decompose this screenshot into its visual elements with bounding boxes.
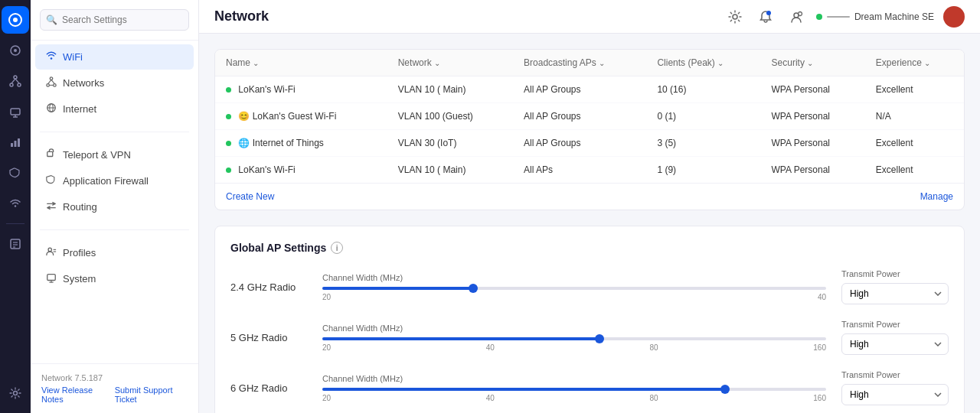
cell-experience: Excellent [865, 130, 964, 157]
col-name[interactable]: Name [226, 57, 259, 68]
manage-button[interactable]: Manage [920, 191, 953, 202]
col-security[interactable]: Security [772, 57, 813, 68]
sidebar-item-wifi[interactable]: WiFi [35, 44, 194, 70]
sidebar-item-routing-label: Routing [63, 201, 97, 213]
sidebar-item-routing[interactable]: Routing [35, 194, 194, 220]
wifi-table: Name Network Broadcasting APs Clients (P… [214, 49, 965, 210]
sidebar-item-system[interactable]: System [35, 266, 194, 291]
svg-point-5 [10, 83, 13, 86]
svg-point-32 [48, 248, 51, 251]
col-clients[interactable]: Clients (Peak) [657, 57, 723, 68]
power-section-0: Transmit Power AutoLowMediumHigh [841, 269, 949, 304]
user-avatar[interactable] [943, 6, 965, 28]
topbar: Network [199, 0, 980, 34]
cell-network: VLAN 30 (IoT) [387, 130, 513, 157]
main-area: Network [199, 0, 980, 413]
sidebar-item-app-firewall[interactable]: Application Firewall [35, 168, 194, 193]
slider-track-0[interactable] [322, 287, 826, 290]
device-status-dot [816, 14, 822, 20]
search-icon: 🔍 [46, 15, 57, 25]
version-label: Network 7.5.187 [41, 373, 188, 382]
search-input[interactable] [40, 9, 189, 31]
svg-point-1 [13, 18, 18, 22]
sidebar-item-teleport-vpn[interactable]: Teleport & VPN [35, 142, 194, 167]
sidebar-item-networks-label: Networks [63, 77, 104, 89]
table-row[interactable]: LoKan's Wi-Fi VLAN 10 ( Main) All APs 1 … [215, 157, 964, 184]
teleport-menu-icon [46, 148, 57, 161]
sidebar-item-firewall-label: Application Firewall [63, 175, 149, 187]
cell-broadcasting: All AP Groups [513, 130, 646, 157]
table-row[interactable]: 😊 LoKan's Guest Wi-Fi VLAN 100 (Guest) A… [215, 103, 964, 130]
radio-row-0: 2.4 GHz Radio Channel Width (MHz) 2040 T… [230, 269, 949, 304]
cell-experience: Excellent [865, 157, 964, 184]
svg-rect-13 [15, 141, 17, 147]
channel-label-2: Channel Width (MHz) [322, 374, 826, 383]
nav-settings[interactable] [2, 379, 29, 407]
svg-rect-12 [11, 143, 13, 147]
col-broadcasting[interactable]: Broadcasting APs [524, 57, 605, 68]
power-section-1: Transmit Power AutoLowMediumHigh [841, 320, 949, 355]
cell-network: VLAN 10 ( Main) [387, 76, 513, 103]
slider-thumb-2[interactable] [720, 385, 730, 394]
ap-settings-info-icon[interactable]: i [331, 242, 343, 254]
networks-menu-icon [46, 76, 57, 89]
cell-broadcasting: All AP Groups [513, 103, 646, 130]
nav-shield[interactable] [2, 159, 29, 187]
col-network[interactable]: Network [398, 57, 440, 68]
submit-support-ticket-link[interactable]: Submit Support Ticket [115, 385, 188, 404]
settings-icon[interactable] [724, 6, 746, 28]
sidebar-item-system-label: System [63, 273, 96, 285]
svg-point-22 [50, 77, 53, 80]
cell-broadcasting: All AP Groups [513, 76, 646, 103]
sidebar-divider-2 [40, 229, 189, 230]
cell-security: WPA Personal [761, 76, 865, 103]
user-settings-icon[interactable] [786, 6, 807, 28]
svg-point-23 [47, 84, 50, 87]
ap-settings-panel: Global AP Settings i 2.4 GHz Radio Chann… [214, 226, 965, 413]
power-select-1[interactable]: AutoLowMediumHigh [841, 333, 949, 355]
system-menu-icon [46, 272, 57, 285]
nav-wifi-icon[interactable] [2, 190, 29, 217]
slider-labels-1: 204080160 [322, 343, 826, 352]
nav-devices[interactable] [2, 98, 29, 125]
slider-fill-0 [322, 287, 473, 290]
nav-logo[interactable] [2, 6, 29, 34]
col-experience[interactable]: Experience [876, 57, 930, 68]
nav-dashboard[interactable] [2, 37, 29, 64]
svg-rect-14 [18, 138, 20, 147]
device-info: Dream Machine SE [816, 11, 934, 22]
slider-track-1[interactable] [322, 337, 826, 340]
slider-thumb-1[interactable] [595, 334, 604, 343]
sidebar-item-wifi-label: WiFi [63, 51, 83, 63]
page-title: Network [214, 8, 269, 24]
nav-stats[interactable] [2, 128, 29, 156]
sidebar-item-profiles[interactable]: Profiles [35, 240, 194, 265]
slider-labels-0: 2040 [322, 293, 826, 301]
power-label-1: Transmit Power [841, 320, 949, 329]
view-release-notes-link[interactable]: View Release Notes [41, 385, 109, 404]
power-select-0[interactable]: AutoLowMediumHigh [841, 283, 949, 304]
slider-thumb-0[interactable] [469, 284, 478, 293]
slider-track-2[interactable] [322, 388, 826, 391]
nav-logs[interactable] [2, 230, 29, 258]
table-row[interactable]: LoKan's Wi-Fi VLAN 10 ( Main) All AP Gro… [215, 76, 964, 103]
create-new-button[interactable]: Create New [226, 191, 274, 202]
sidebar-item-networks[interactable]: Networks [35, 70, 194, 96]
cell-security: WPA Personal [761, 103, 865, 130]
notification-icon[interactable] [755, 6, 776, 28]
slider-labels-2: 204080160 [322, 394, 826, 402]
power-select-2[interactable]: AutoLowMediumHigh [841, 384, 949, 405]
svg-point-4 [14, 76, 17, 79]
sidebar-item-internet[interactable]: Internet [35, 96, 194, 122]
slider-fill-2 [322, 388, 725, 391]
nav-topology[interactable] [2, 67, 29, 95]
sidebar-group-admin: Profiles System [31, 236, 198, 295]
routing-menu-icon [46, 200, 57, 213]
table-row[interactable]: 🌐 Internet of Things VLAN 30 (IoT) All A… [215, 130, 964, 157]
cell-network: VLAN 100 (Guest) [387, 103, 513, 130]
sidebar-search-area: 🔍 [31, 0, 198, 41]
channel-section-2: Channel Width (MHz) 204080160 [322, 374, 826, 402]
sidebar-footer: Network 7.5.187 View Release Notes Submi… [31, 363, 198, 413]
sidebar-item-internet-label: Internet [63, 103, 96, 115]
svg-point-6 [18, 83, 21, 86]
